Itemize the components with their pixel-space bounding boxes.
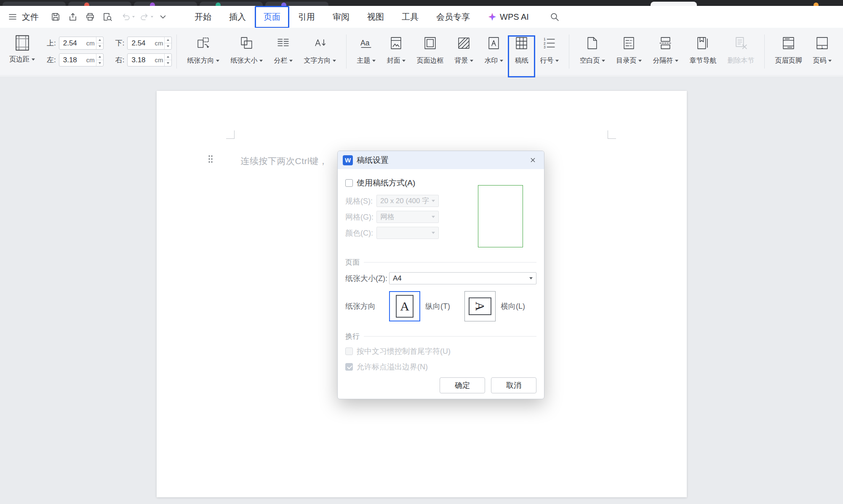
ok-button[interactable]: 确定 xyxy=(440,377,485,393)
page-margins-button[interactable]: 页边距 xyxy=(6,28,38,75)
margin-left-input[interactable]: 3.18 cm xyxy=(59,53,104,66)
ribbon-separator xyxy=(764,34,765,69)
stepper xyxy=(96,54,103,66)
ribbon-button-line-number[interactable]: 123 行号 xyxy=(534,28,564,75)
ribbon-button-manuscript-paper[interactable]: 稿纸 xyxy=(509,28,534,75)
paragraph-drag-handle-icon[interactable] xyxy=(207,154,214,165)
dropdown-caret-icon xyxy=(402,60,405,62)
export-icon[interactable] xyxy=(68,12,78,22)
delete-section-icon xyxy=(734,36,748,50)
dropdown-caret-icon xyxy=(500,60,503,62)
margin-right-input[interactable]: 3.18 cm xyxy=(127,53,172,66)
dropdown-caret-icon xyxy=(828,60,832,62)
menu-tab-home[interactable]: 开始 xyxy=(186,9,220,25)
wrap-section-header: 换行 xyxy=(345,332,536,341)
menu-tab-review[interactable]: 审阅 xyxy=(324,9,358,25)
margin-field-right: 右: 3.18 cm xyxy=(115,53,172,66)
print-icon[interactable] xyxy=(85,12,95,22)
ribbon-button-chapter-nav[interactable]: 章节导航 xyxy=(684,28,722,75)
menu-tab-reference[interactable]: 引用 xyxy=(289,9,324,25)
menu-tab-member[interactable]: 会员专享 xyxy=(427,9,479,25)
dropdown-caret-icon xyxy=(289,60,293,62)
margin-bottom-input[interactable]: 2.54 cm xyxy=(127,37,172,50)
ribbon-separator xyxy=(569,34,569,69)
hamburger-menu-icon[interactable] xyxy=(8,12,18,22)
ribbon-button-label: 空白页 xyxy=(579,56,600,65)
dialog-title-bar[interactable]: W 稿纸设置 xyxy=(338,151,544,169)
window-tab[interactable] xyxy=(265,2,328,6)
landscape-label: 横向(L) xyxy=(501,301,525,311)
stepper-down-icon[interactable] xyxy=(165,43,171,49)
background-icon xyxy=(456,36,471,50)
wps-writer-badge-icon: W xyxy=(343,155,353,165)
search-icon[interactable] xyxy=(550,12,560,22)
account-avatar-icon[interactable] xyxy=(814,3,819,6)
stepper-up-icon[interactable] xyxy=(165,54,171,60)
window-tab[interactable] xyxy=(200,2,263,6)
columns-icon xyxy=(276,36,291,50)
undo-dropdown-caret-icon xyxy=(132,16,135,18)
ribbon-button-paper-orientation[interactable]: 纸张方向 xyxy=(181,28,225,75)
stepper-down-icon[interactable] xyxy=(96,43,103,49)
ribbon-button-header-footer[interactable]: 页眉页脚 xyxy=(769,28,807,75)
close-icon[interactable] xyxy=(526,154,539,167)
ribbon-button-background[interactable]: 背景 xyxy=(449,28,479,75)
margin-crop-mark xyxy=(226,130,235,139)
dropdown-caret-icon xyxy=(602,60,605,62)
stepper-up-icon[interactable] xyxy=(96,54,103,60)
more-chevron-icon[interactable] xyxy=(158,12,168,22)
menu-tab-view[interactable]: 视图 xyxy=(358,9,393,25)
window-tab[interactable] xyxy=(68,2,131,6)
wrap-option-row: 允许标点溢出边界(N) xyxy=(345,362,536,372)
watermark-icon xyxy=(486,36,501,50)
ribbon-button-page-border[interactable]: 页面边框 xyxy=(411,28,449,75)
margin-field-label: 左: xyxy=(47,55,56,65)
ribbon-button-cover[interactable]: 封面 xyxy=(381,28,411,75)
ribbon-button-label: 水印 xyxy=(484,56,498,65)
save-icon[interactable] xyxy=(51,12,61,22)
ribbon-button-toc-page[interactable]: 目录页 xyxy=(611,28,647,75)
landscape-orientation-button[interactable]: A xyxy=(464,291,496,321)
ribbon-button-theme[interactable]: Aa 主题 xyxy=(351,28,381,75)
page-ribbon: 页边距 上: 2.54 cm 下: 2.54 cm 左: xyxy=(0,28,843,76)
wps-ai-logo-icon xyxy=(488,12,497,21)
text-direction-icon xyxy=(312,36,327,50)
margin-field-label: 上: xyxy=(47,38,56,48)
margin-field-left: 左: 3.18 cm xyxy=(47,53,104,66)
ribbon-button-paper-size[interactable]: 纸张大小 xyxy=(225,28,268,75)
ribbon-button-text-direction[interactable]: 文字方向 xyxy=(298,28,341,75)
stepper-down-icon[interactable] xyxy=(165,60,171,66)
cancel-button[interactable]: 取消 xyxy=(491,377,536,393)
dialog-button-row: 确定 取消 xyxy=(338,377,544,393)
ribbon-button-blank-page[interactable]: 空白页 xyxy=(574,28,611,75)
window-tab[interactable] xyxy=(3,2,66,6)
print-preview-icon[interactable] xyxy=(102,12,112,22)
stepper-down-icon[interactable] xyxy=(96,60,103,66)
portrait-orientation-button[interactable]: A xyxy=(389,291,420,321)
window-tab-active[interactable] xyxy=(651,2,697,6)
dropdown-caret-icon xyxy=(529,277,533,279)
margin-fields: 上: 2.54 cm 下: 2.54 cm 左: 3.18 xyxy=(47,28,172,75)
ribbon-button-break[interactable]: 分隔符 xyxy=(647,28,684,75)
paper-size-dropdown[interactable]: A4 xyxy=(389,272,536,284)
wrap-section-label: 换行 xyxy=(345,332,360,341)
menu-tab-wps-ai[interactable]: WPS AI xyxy=(479,10,538,24)
menu-tab-page[interactable]: 页面 xyxy=(255,9,289,25)
paper-size-row: 纸张大小(Z): A4 xyxy=(345,272,536,284)
menu-tab-insert[interactable]: 插入 xyxy=(220,9,255,25)
menu-tab-tools[interactable]: 工具 xyxy=(393,9,427,25)
ribbon-button-columns[interactable]: 分栏 xyxy=(268,28,298,75)
menu-tab-label: 工具 xyxy=(402,11,419,23)
file-menu-button[interactable]: 文件 xyxy=(22,11,39,23)
margin-top-input[interactable]: 2.54 cm xyxy=(59,37,104,50)
menu-tab-label: 引用 xyxy=(298,11,315,23)
portrait-label: 纵向(T) xyxy=(425,301,450,311)
use-manuscript-checkbox[interactable] xyxy=(345,179,353,187)
ribbon-button-watermark[interactable]: 水印 xyxy=(479,28,509,75)
ribbon-button-page-number[interactable]: 1 页码 xyxy=(807,28,837,75)
dropdown-caret-icon xyxy=(432,232,435,234)
window-tab[interactable] xyxy=(134,2,197,6)
dropdown-caret-icon xyxy=(32,58,35,61)
stepper-up-icon[interactable] xyxy=(165,37,171,43)
stepper-up-icon[interactable] xyxy=(96,37,103,43)
